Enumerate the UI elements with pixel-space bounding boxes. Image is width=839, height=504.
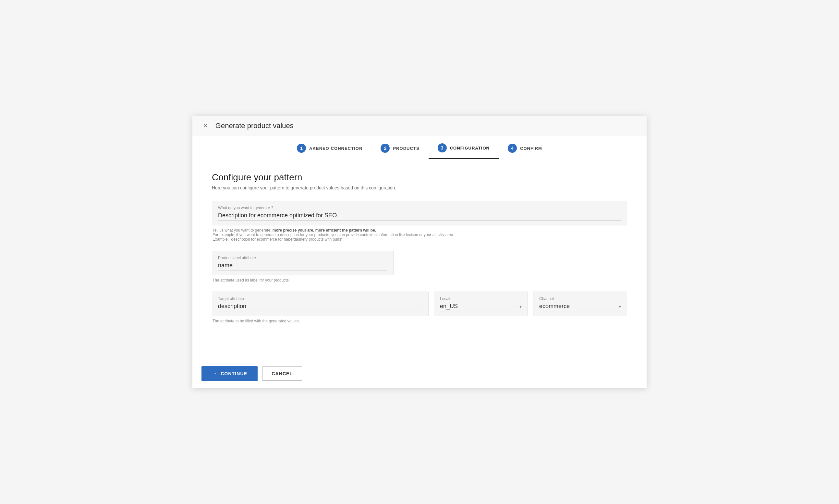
- target-hint: The attribute to be filled with the gene…: [212, 319, 627, 323]
- generate-field-value[interactable]: Description for ecommerce optimized for …: [218, 212, 621, 220]
- step-configuration[interactable]: 3 CONFIGURATION: [429, 143, 499, 159]
- modal-footer: → CONTINUE CANCEL: [192, 359, 647, 388]
- generate-hint-bold: more precise your are, more efficient th…: [272, 228, 376, 233]
- modal-body: Configure your pattern Here you can conf…: [192, 159, 647, 359]
- channel-field-box: Channel ecommerce ▾: [533, 292, 627, 316]
- generate-field-label: What do you want to generate ?: [218, 205, 621, 210]
- locale-field-box: Locale en_US ▾: [434, 292, 528, 316]
- step-circle-1: 1: [297, 144, 306, 153]
- channel-chevron-icon: ▾: [619, 304, 621, 309]
- step-products[interactable]: 2 PRODUCTS: [372, 144, 428, 159]
- product-label-field-value[interactable]: name: [218, 262, 387, 270]
- step-label-1: AKENEO CONNECTION: [309, 146, 362, 151]
- step-circle-3: 3: [438, 143, 447, 152]
- step-label-2: PRODUCTS: [393, 146, 419, 151]
- product-label-hint: The attribute used as label for your pro…: [212, 278, 627, 283]
- generate-hint: Tell us what you want to generate: more …: [212, 228, 627, 241]
- continue-label: CONTINUE: [220, 371, 247, 376]
- close-button[interactable]: ×: [201, 122, 210, 130]
- step-akeneo-connection[interactable]: 1 AKENEO CONNECTION: [288, 144, 372, 159]
- modal-header: × Generate product values: [192, 116, 647, 136]
- step-circle-4: 4: [508, 144, 517, 153]
- step-confirm[interactable]: 4 CONFIRM: [499, 144, 551, 159]
- page-subtitle: Here you can configure your pattern to g…: [212, 185, 627, 191]
- target-attribute-value[interactable]: description: [218, 303, 423, 311]
- target-row: Target attribute description Locale en_U…: [212, 292, 627, 316]
- locale-select[interactable]: en_US ▾: [440, 303, 522, 311]
- stepper: 1 AKENEO CONNECTION 2 PRODUCTS 3 CONFIGU…: [192, 136, 647, 159]
- step-circle-2: 2: [380, 144, 390, 153]
- cancel-button[interactable]: CANCEL: [262, 366, 302, 381]
- continue-button[interactable]: → CONTINUE: [201, 366, 257, 381]
- generate-field-box: What do you want to generate ? Descripti…: [212, 201, 627, 226]
- step-label-3: CONFIGURATION: [450, 146, 489, 150]
- channel-label: Channel: [539, 296, 621, 301]
- modal-container: × Generate product values 1 AKENEO CONNE…: [192, 116, 647, 388]
- channel-select[interactable]: ecommerce ▾: [539, 303, 621, 311]
- arrow-icon: →: [212, 371, 217, 377]
- locale-chevron-icon: ▾: [519, 304, 522, 309]
- channel-value: ecommerce: [539, 303, 570, 310]
- generate-hint-line2: For example, if you want to generate a d…: [213, 233, 454, 237]
- product-label-field-label: Product label attribute: [218, 256, 387, 260]
- modal-title: Generate product values: [215, 122, 293, 130]
- step-label-4: CONFIRM: [520, 146, 542, 151]
- locale-label: Locale: [440, 296, 522, 301]
- target-attribute-field-box: Target attribute description: [212, 292, 429, 316]
- generate-hint-prefix: Tell us what you want to generate:: [213, 228, 272, 233]
- target-attribute-label: Target attribute: [218, 296, 423, 301]
- product-label-field-box: Product label attribute name: [212, 251, 394, 275]
- page-title: Configure your pattern: [212, 172, 627, 183]
- locale-value: en_US: [440, 303, 458, 310]
- generate-hint-line3: Example: "description for ecommerce for …: [213, 237, 343, 241]
